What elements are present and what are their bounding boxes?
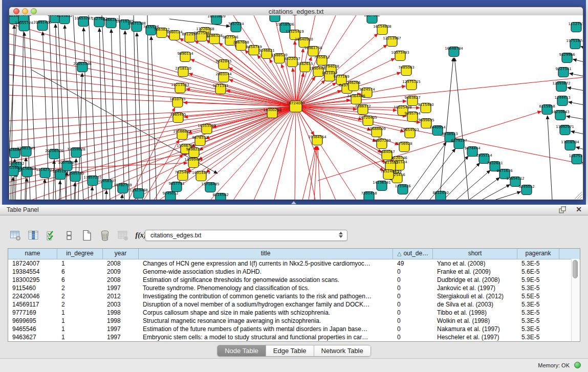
graph-node[interactable]: 16033809: [207, 15, 226, 25]
graph-node[interactable]: 7625402: [175, 170, 190, 181]
table-row[interactable]: 977716911998Corpus callosum shape and si…: [8, 309, 580, 317]
table-row[interactable]: 1830029562008Estimation of significance …: [8, 276, 580, 284]
graph-node[interactable]: 7857224: [228, 22, 244, 32]
graph-node[interactable]: 17016504: [561, 140, 579, 150]
new-table-button[interactable]: [81, 229, 93, 242]
delete-table-button[interactable]: [117, 229, 129, 242]
graph-node[interactable]: 9890134: [177, 52, 193, 62]
graph-node[interactable]: 9329966: [559, 53, 575, 63]
red-edge: [186, 89, 296, 106]
table-row[interactable]: 946554611997Estimation of the future num…: [8, 325, 580, 333]
clear-selection-button[interactable]: [63, 229, 75, 242]
delete-rows-button[interactable]: [99, 229, 111, 242]
graph-node[interactable]: 1244413: [554, 96, 570, 106]
graph-node[interactable]: 8114502: [212, 193, 228, 200]
graph-node[interactable]: 2687682: [364, 15, 380, 24]
graph-node[interactable]: 1112753: [568, 22, 583, 32]
tab-edge-table[interactable]: Edge Table: [266, 345, 314, 356]
graph-node[interactable]: 15716485: [201, 182, 220, 192]
table-row[interactable]: 1456911722003Disruption of a novel membe…: [8, 300, 580, 309]
node-label: 8506132: [9, 162, 25, 166]
graph-node[interactable]: 16720405: [359, 116, 377, 126]
graph-node[interactable]: 9857791: [168, 182, 184, 192]
black-edge: [576, 147, 583, 149]
graph-node[interactable]: 13156869: [18, 167, 36, 177]
graph-node[interactable]: 1167531: [569, 154, 583, 164]
graph-node[interactable]: 20891406: [33, 20, 52, 31]
graph-node[interactable]: 12213563: [171, 83, 189, 93]
column-header-pagerank[interactable]: pagerank: [517, 249, 559, 259]
splitter-handle[interactable]: [291, 201, 296, 204]
graph-node[interactable]: 8186328: [206, 34, 222, 44]
graph-node[interactable]: 12505185: [66, 171, 84, 182]
cell-name: 19384554: [8, 268, 57, 276]
graph-node[interactable]: 2718120: [175, 67, 191, 77]
graph-node[interactable]: 9756928: [396, 142, 412, 152]
graph-node[interactable]: 17359928: [67, 147, 85, 158]
cell-out_degree: 0: [393, 284, 433, 292]
graph-node[interactable]: 14099461: [184, 158, 203, 168]
table-settings-button[interactable]: [9, 229, 21, 242]
graph-node[interactable]: 16648784: [445, 47, 463, 57]
graph-node[interactable]: 18807269: [373, 139, 391, 149]
table-row[interactable]: 969969511998Structural magnetic resonanc…: [8, 317, 580, 325]
table-row[interactable]: 2242004622012Investigating the contribut…: [8, 292, 580, 300]
graph-node[interactable]: 12142737: [36, 168, 54, 178]
column-header-title[interactable]: title: [139, 249, 393, 259]
window-titlebar[interactable]: citations_edges.txt: [9, 7, 583, 16]
graph-node[interactable]: 10688609: [367, 127, 386, 137]
column-header-name[interactable]: name: [8, 249, 57, 259]
graph-node[interactable]: 15751874: [566, 39, 583, 49]
resize-grip-icon[interactable]: [577, 194, 582, 199]
table-row[interactable]: 1938455462009Genome-wide association stu…: [8, 268, 580, 276]
column-header-out_de[interactable]: △out_de…: [393, 249, 433, 259]
table-selector-dropdown[interactable]: citations_edges.txt: [145, 230, 347, 241]
cell-pagerank: 5.3E-5: [517, 317, 559, 325]
graph-node[interactable]: 7201458: [361, 191, 377, 200]
graph-node[interactable]: 12093872: [552, 81, 571, 92]
table-row[interactable]: 911546021997Tourette syndrome. Phenomeno…: [8, 284, 580, 292]
column-header-in_degree[interactable]: in_degree: [57, 249, 103, 259]
graph-node[interactable]: 16154808: [373, 25, 391, 35]
graph-node[interactable]: 12213967: [383, 36, 401, 47]
show-columns-button[interactable]: [27, 229, 39, 242]
tab-node-table[interactable]: Node Table: [217, 345, 266, 356]
network-canvas[interactable]: 1305314154377214055724208914061025641919…: [9, 15, 583, 200]
graph-node[interactable]: 16353593: [198, 124, 216, 134]
close-panel-icon[interactable]: ✕: [576, 205, 582, 213]
select-all-columns-button[interactable]: [45, 229, 57, 242]
graph-node[interactable]: 7485063: [398, 65, 414, 76]
table-row[interactable]: 1872400712008Changes of HCN gene express…: [8, 259, 580, 268]
graph-node[interactable]: 1965495: [170, 113, 186, 123]
graph-node[interactable]: 24364486: [347, 94, 365, 104]
node-label: 9474444: [464, 146, 481, 150]
graph-node[interactable]: 8813054: [267, 15, 283, 22]
graph-node[interactable]: 9245052: [518, 185, 534, 195]
float-panel-icon[interactable]: [559, 206, 567, 213]
graph-node[interactable]: 19384554: [308, 135, 326, 145]
graph-node[interactable]: 13992971: [556, 125, 574, 135]
column-header-year[interactable]: year: [103, 249, 139, 259]
table-scrollbar[interactable]: [571, 259, 579, 341]
graph-node[interactable]: 9245012: [162, 191, 178, 200]
graph-node[interactable]: 2803144: [215, 72, 232, 82]
table-row[interactable]: 946362711997Embryonic stem cells: a mode…: [8, 333, 580, 341]
graph-node[interactable]: 12975115: [402, 80, 421, 90]
scrollbar-thumb[interactable]: [573, 260, 578, 278]
graph-node[interactable]: 9227341: [555, 67, 571, 77]
node-label: 14055724: [15, 21, 33, 25]
node-label: 9498222: [186, 147, 202, 151]
graph-node[interactable]: 14136141: [373, 181, 391, 191]
node-label: 13156869: [18, 167, 36, 171]
tab-network-table[interactable]: Network Table: [314, 345, 371, 356]
black-edge: [44, 179, 45, 200]
graph-node[interactable]: 20206526: [45, 149, 63, 159]
resize-grip-icon[interactable]: [580, 197, 582, 199]
graph-node[interactable]: 1733426: [395, 184, 411, 194]
node-label: 12505185: [66, 171, 84, 176]
graph-node[interactable]: 16210643: [551, 110, 570, 120]
graph-node[interactable]: 10653287: [74, 16, 93, 27]
graph-node[interactable]: 19654923: [401, 128, 419, 138]
column-header-short[interactable]: short: [433, 249, 517, 259]
graph-node[interactable]: 8812450: [432, 191, 448, 200]
